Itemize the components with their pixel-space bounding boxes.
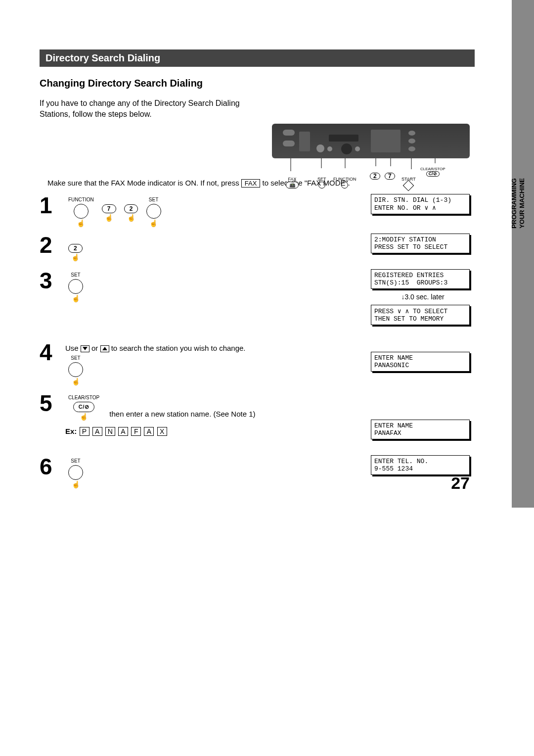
step-4-num: 4 xyxy=(40,341,65,364)
keypad-7-label: 7 xyxy=(102,204,116,213)
lcd-step4: ENTER NAME PANASONIC xyxy=(371,352,470,372)
step-2-body: 2 xyxy=(65,234,361,261)
callout-clearstop-label: CLEAR/STOP xyxy=(420,167,445,171)
set-label: SET xyxy=(68,355,83,361)
callout-clearstop: CLEAR/STOP C/⊘ xyxy=(420,167,445,177)
function-button: FUNCTION xyxy=(68,197,94,227)
example-label: Ex: xyxy=(65,427,77,435)
press-icon xyxy=(68,378,83,385)
callout-fax-label: FAX xyxy=(288,177,296,182)
step-6-num: 6 xyxy=(40,455,65,478)
callout-set-label: SET xyxy=(317,177,326,182)
keycap: A xyxy=(118,427,128,436)
press-icon xyxy=(124,214,138,221)
step-2-num: 2 xyxy=(40,234,65,256)
set-button: SET xyxy=(68,458,83,488)
press-icon xyxy=(68,295,83,302)
callout-start: START xyxy=(401,177,416,190)
set-label: SET xyxy=(146,197,161,203)
step-2: 2 2 2:MODIFY STATION PRESS SET TO SELECT xyxy=(40,234,475,262)
keypad-2-button: 2 xyxy=(124,197,138,221)
lcd-step3a: REGISTERED ENTRIES STN(S):15 GROUPS:3 xyxy=(371,269,470,289)
side-tab-line2: YOUR MACHINE xyxy=(518,178,526,229)
press-icon xyxy=(68,481,83,488)
subheading: Changing Directory Search Dialing xyxy=(40,78,475,89)
step-3-body: SET xyxy=(65,269,361,302)
page-number: 27 xyxy=(451,473,470,493)
step-4: 4 Use or to search the station you wish … xyxy=(40,341,475,385)
clearstop-button: CLEAR/STOP C/⊘ xyxy=(68,395,99,420)
set-button: SET xyxy=(68,272,83,302)
keypad-2-button: 2 xyxy=(68,236,83,261)
step-3-num: 3 xyxy=(40,269,65,292)
step-3: 3 SET REGISTERED ENTRIES STN(S):15 GROUP… xyxy=(40,269,475,334)
press-icon xyxy=(68,254,83,261)
side-tab-line1: PROGRAMMING xyxy=(510,178,518,229)
keycap: N xyxy=(105,427,115,436)
lcd-step6: ENTER TEL. NO. 9-555 1234 xyxy=(371,455,470,475)
step-5: 5 CLEAR/STOP C/⊘ then enter a new statio… xyxy=(40,392,475,448)
keycap: A xyxy=(144,427,154,436)
step4-mid: or xyxy=(91,344,100,352)
clearstop-btn-label: C/⊘ xyxy=(73,402,95,412)
callout-clearstop-btn: C/⊘ xyxy=(426,171,440,177)
step-6: 6 SET ENTER TEL. NO. 9-555 1234 xyxy=(40,455,475,488)
down-arrow-icon xyxy=(81,345,89,352)
press-icon xyxy=(68,220,94,227)
device-illustration: FAX 📠 SET FUNCTION 2 7 START CLE xyxy=(272,124,470,211)
intro-text: If you have to change any of the Directo… xyxy=(40,98,257,119)
keycap: X xyxy=(157,427,167,436)
step-5-body: CLEAR/STOP C/⊘ then enter a new station … xyxy=(65,392,361,436)
callout-function: FUNCTION xyxy=(333,177,356,189)
step4-pre: Use xyxy=(65,344,81,352)
keycap: A xyxy=(92,427,102,436)
step-4-body: Use or to search the station you wish to… xyxy=(65,341,361,385)
set-button: SET xyxy=(146,197,161,227)
mode-line-pre: Make sure that the FAX Mode indicator is… xyxy=(47,179,241,187)
step4-post: to search the station you wish to change… xyxy=(111,344,246,352)
callout-2-label: 2 xyxy=(370,173,380,180)
set-label: SET xyxy=(68,458,83,464)
keycap: F xyxy=(131,427,141,436)
function-label: FUNCTION xyxy=(68,197,94,203)
callout-7-label: 7 xyxy=(385,173,395,180)
keypad-7-button: 7 xyxy=(102,197,116,221)
set-button: SET xyxy=(68,355,83,385)
press-icon xyxy=(146,220,161,227)
callout-set: SET xyxy=(317,177,326,189)
side-tab-bar xyxy=(512,0,534,508)
callout-function-label: FUNCTION xyxy=(333,177,356,182)
step-1-num: 1 xyxy=(40,194,65,217)
set-label: SET xyxy=(68,272,83,278)
callout-2: 2 xyxy=(370,173,380,180)
lcd-step2: 2:MODIFY STATION PRESS SET TO SELECT xyxy=(371,234,470,253)
press-icon xyxy=(102,214,116,221)
example-chars: P A N A F A X xyxy=(79,427,168,435)
device-panel xyxy=(272,124,470,158)
callout-fax: FAX 📠 xyxy=(286,177,299,189)
side-tab-label: PROGRAMMING YOUR MACHINE xyxy=(510,178,526,229)
section-header: Directory Search Dialing xyxy=(40,49,475,67)
manual-page: PROGRAMMING YOUR MACHINE Directory Searc… xyxy=(0,0,534,508)
keypad-2-label: 2 xyxy=(68,244,83,253)
lcd-step5: ENTER NAME PANAFAX xyxy=(371,420,470,439)
keycap: P xyxy=(80,427,89,436)
step-5-num: 5 xyxy=(40,392,65,415)
device-callouts: FAX 📠 SET FUNCTION 2 7 START CLE xyxy=(272,177,470,211)
callout-7: 7 xyxy=(385,173,395,180)
delay-note: ↓3.0 sec. later xyxy=(371,293,475,301)
press-icon xyxy=(68,413,99,420)
keypad-2-label: 2 xyxy=(124,204,138,213)
clearstop-label: CLEAR/STOP xyxy=(68,395,99,401)
lcd-step3b: PRESS ∨ ∧ TO SELECT THEN SET TO MEMORY xyxy=(371,305,470,325)
step5-text: then enter a new station name. (See Note… xyxy=(109,410,255,418)
up-arrow-icon xyxy=(100,345,109,352)
step-6-body: SET xyxy=(65,455,361,488)
fax-keycap: FAX xyxy=(241,179,261,188)
